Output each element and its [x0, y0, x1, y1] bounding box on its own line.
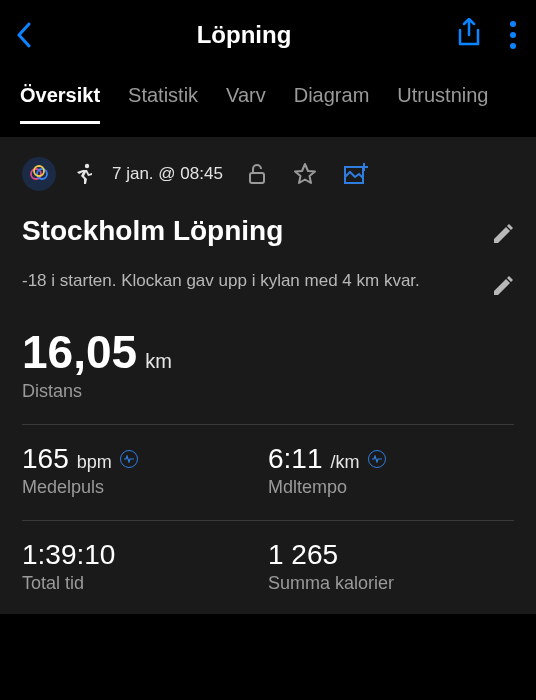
dot-icon — [510, 32, 516, 38]
stat-total-time: 1:39:10 Total tid — [22, 539, 268, 594]
rings-icon — [28, 163, 50, 185]
tab-bar: Översikt Statistik Varv Diagram Utrustni… — [0, 70, 536, 125]
avg-pace-value: 6:11 — [268, 443, 323, 475]
activity-notes: -18 i starten. Klockan gav upp i kylan m… — [22, 269, 420, 294]
share-button[interactable] — [456, 18, 482, 52]
dot-icon — [510, 21, 516, 27]
source-badge-icon[interactable] — [120, 450, 138, 468]
chevron-left-icon — [16, 22, 32, 48]
add-photo-icon[interactable] — [343, 162, 369, 186]
avg-hr-value: 165 — [22, 443, 69, 475]
calories-label: Summa kalorier — [268, 573, 514, 594]
activity-title: Stockholm Löpning — [22, 215, 283, 247]
edit-notes-button[interactable] — [492, 275, 514, 297]
distance-unit: km — [145, 350, 172, 373]
source-badge-icon[interactable] — [368, 450, 386, 468]
svg-rect-4 — [250, 173, 264, 183]
total-time-label: Total tid — [22, 573, 268, 594]
avg-hr-label: Medelpuls — [22, 477, 268, 498]
stat-avg-pace: 6:11 /km Mdltempo — [268, 443, 514, 498]
tab-charts[interactable]: Diagram — [294, 70, 370, 124]
share-icon — [456, 18, 482, 48]
tab-laps[interactable]: Varv — [226, 70, 266, 124]
more-menu-button[interactable] — [510, 21, 516, 49]
tab-statistics[interactable]: Statistik — [128, 70, 198, 124]
overview-panel: 7 jan. @ 08:45 Stockholm Löpning -18 i s… — [0, 137, 536, 614]
activity-datetime: 7 jan. @ 08:45 — [112, 164, 223, 184]
stat-calories: 1 265 Summa kalorier — [268, 539, 514, 594]
stats-row-1: 165 bpm Medelpuls 6:11 /km Mdltempo — [22, 443, 514, 498]
distance-label: Distans — [22, 381, 514, 402]
svg-point-3 — [85, 164, 89, 168]
total-time-value: 1:39:10 — [22, 539, 115, 571]
tab-overview[interactable]: Översikt — [20, 70, 100, 124]
avg-hr-unit: bpm — [77, 452, 112, 473]
page-title: Löpning — [32, 21, 456, 49]
distance-value: 16,05 — [22, 325, 137, 379]
activity-meta-row: 7 jan. @ 08:45 — [22, 157, 514, 191]
avg-pace-unit: /km — [331, 452, 360, 473]
stat-distance: 16,05 km Distans — [22, 325, 514, 402]
avg-pace-label: Mdltempo — [268, 477, 514, 498]
tab-gear[interactable]: Utrustning — [397, 70, 488, 124]
calories-value: 1 265 — [268, 539, 338, 571]
stats-row-2: 1:39:10 Total tid 1 265 Summa kalorier — [22, 539, 514, 594]
divider — [22, 520, 514, 521]
unlock-icon[interactable] — [247, 163, 267, 185]
edit-title-button[interactable] — [492, 223, 514, 245]
divider — [22, 424, 514, 425]
stat-avg-hr: 165 bpm Medelpuls — [22, 443, 268, 498]
header: Löpning — [0, 0, 536, 70]
back-button[interactable] — [16, 22, 32, 48]
star-icon[interactable] — [293, 162, 317, 186]
activity-type-badge[interactable] — [22, 157, 56, 191]
running-icon — [74, 163, 94, 185]
dot-icon — [510, 43, 516, 49]
